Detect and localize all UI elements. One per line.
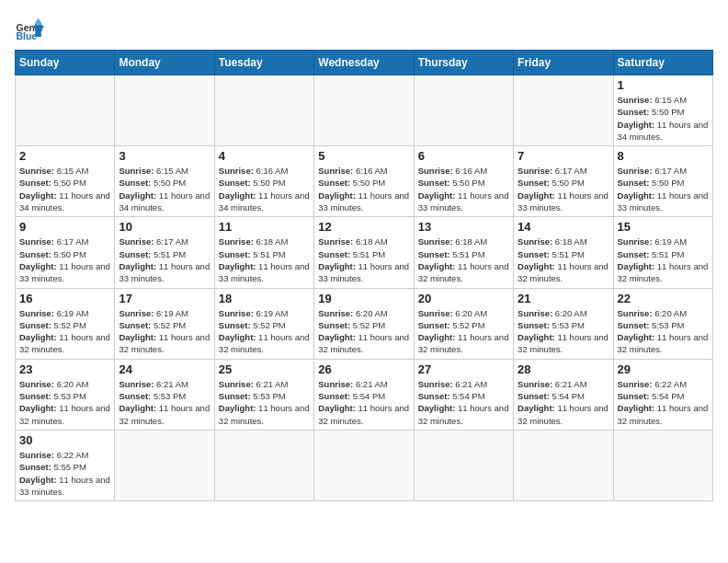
logo: General Blue [15,15,44,44]
cell-info: Sunrise: 6:18 AMSunset: 5:51 PMDaylight:… [418,236,509,284]
cell-info: Sunrise: 6:16 AMSunset: 5:50 PMDaylight:… [318,165,409,213]
day-number: 3 [119,149,210,163]
day-cell: 9Sunrise: 6:17 AMSunset: 5:50 PMDaylight… [16,217,115,288]
day-cell: 14Sunrise: 6:18 AMSunset: 5:51 PMDayligh… [514,217,613,288]
column-header-monday: Monday [115,51,214,75]
day-cell: 25Sunrise: 6:21 AMSunset: 5:53 PMDayligh… [214,359,313,430]
svg-text:Blue: Blue [17,31,38,41]
day-cell [514,75,613,146]
day-number: 7 [518,149,609,163]
logo-icon: General Blue [15,15,44,44]
cell-info: Sunrise: 6:17 AMSunset: 5:50 PMDaylight:… [518,165,609,213]
cell-info: Sunrise: 6:20 AMSunset: 5:52 PMDaylight:… [318,307,409,356]
day-cell: 19Sunrise: 6:20 AMSunset: 5:52 PMDayligh… [314,288,414,359]
day-number: 11 [219,220,310,234]
day-cell [214,430,313,500]
day-number: 28 [518,362,609,376]
cell-info: Sunrise: 6:21 AMSunset: 5:53 PMDaylight:… [119,378,210,427]
cell-info: Sunrise: 6:19 AMSunset: 5:52 PMDaylight:… [219,307,310,356]
day-cell [214,75,313,146]
day-cell: 3Sunrise: 6:15 AMSunset: 5:50 PMDaylight… [115,146,214,217]
day-cell [115,75,214,146]
day-number: 18 [219,292,310,305]
column-header-saturday: Saturday [613,51,712,75]
day-cell: 12Sunrise: 6:18 AMSunset: 5:51 PMDayligh… [314,217,414,288]
cell-info: Sunrise: 6:22 AMSunset: 5:54 PMDaylight:… [618,378,709,427]
day-number: 10 [119,220,210,234]
day-number: 15 [618,220,709,234]
day-cell: 11Sunrise: 6:18 AMSunset: 5:51 PMDayligh… [214,217,313,288]
day-number: 6 [418,149,509,163]
cell-info: Sunrise: 6:20 AMSunset: 5:53 PMDaylight:… [19,378,110,427]
day-number: 27 [418,362,509,376]
cell-info: Sunrise: 6:16 AMSunset: 5:50 PMDaylight:… [418,165,509,213]
week-row-4: 16Sunrise: 6:19 AMSunset: 5:52 PMDayligh… [16,288,713,359]
day-cell: 29Sunrise: 6:22 AMSunset: 5:54 PMDayligh… [613,359,712,430]
day-cell: 22Sunrise: 6:20 AMSunset: 5:53 PMDayligh… [613,288,712,359]
day-number: 25 [219,362,310,376]
day-cell: 1Sunrise: 6:15 AMSunset: 5:50 PMDaylight… [613,75,712,146]
column-header-friday: Friday [514,51,613,75]
day-cell: 8Sunrise: 6:17 AMSunset: 5:50 PMDaylight… [613,146,712,217]
day-cell: 18Sunrise: 6:19 AMSunset: 5:52 PMDayligh… [214,288,313,359]
cell-info: Sunrise: 6:17 AMSunset: 5:51 PMDaylight:… [119,236,210,284]
day-number: 14 [518,220,609,234]
day-cell: 6Sunrise: 6:16 AMSunset: 5:50 PMDaylight… [414,146,513,217]
day-number: 17 [119,292,210,305]
day-number: 22 [618,292,709,305]
cell-info: Sunrise: 6:16 AMSunset: 5:50 PMDaylight:… [219,165,310,213]
cell-info: Sunrise: 6:20 AMSunset: 5:52 PMDaylight:… [418,307,509,356]
cell-info: Sunrise: 6:18 AMSunset: 5:51 PMDaylight:… [318,236,409,284]
day-cell: 21Sunrise: 6:20 AMSunset: 5:53 PMDayligh… [514,288,613,359]
column-header-thursday: Thursday [414,51,513,75]
day-number: 20 [418,292,509,305]
column-header-tuesday: Tuesday [214,51,313,75]
day-number: 19 [318,292,409,305]
cell-info: Sunrise: 6:18 AMSunset: 5:51 PMDaylight:… [219,236,310,284]
day-cell [314,75,414,146]
day-cell: 27Sunrise: 6:21 AMSunset: 5:54 PMDayligh… [414,359,513,430]
day-cell: 13Sunrise: 6:18 AMSunset: 5:51 PMDayligh… [414,217,513,288]
page-header: General Blue [15,15,713,44]
cell-info: Sunrise: 6:20 AMSunset: 5:53 PMDaylight:… [518,307,609,356]
day-number: 23 [19,362,110,376]
day-cell: 7Sunrise: 6:17 AMSunset: 5:50 PMDaylight… [514,146,613,217]
cell-info: Sunrise: 6:21 AMSunset: 5:54 PMDaylight:… [318,378,409,427]
day-cell: 23Sunrise: 6:20 AMSunset: 5:53 PMDayligh… [16,359,115,430]
day-number: 2 [19,149,110,163]
day-cell: 26Sunrise: 6:21 AMSunset: 5:54 PMDayligh… [314,359,414,430]
day-cell: 20Sunrise: 6:20 AMSunset: 5:52 PMDayligh… [414,288,513,359]
day-cell [115,430,214,500]
day-cell: 5Sunrise: 6:16 AMSunset: 5:50 PMDaylight… [314,146,414,217]
day-number: 9 [19,220,110,234]
cell-info: Sunrise: 6:19 AMSunset: 5:52 PMDaylight:… [119,307,210,356]
cell-info: Sunrise: 6:15 AMSunset: 5:50 PMDaylight:… [19,165,110,213]
day-number: 1 [618,78,709,92]
day-cell [613,430,712,500]
cell-info: Sunrise: 6:18 AMSunset: 5:51 PMDaylight:… [518,236,609,284]
day-number: 12 [318,220,409,234]
day-cell: 24Sunrise: 6:21 AMSunset: 5:53 PMDayligh… [115,359,214,430]
week-row-2: 2Sunrise: 6:15 AMSunset: 5:50 PMDaylight… [16,146,713,217]
day-cell [16,75,115,146]
day-cell [414,430,513,500]
day-number: 29 [618,362,709,376]
column-header-wednesday: Wednesday [314,51,414,75]
cell-info: Sunrise: 6:22 AMSunset: 5:55 PMDaylight:… [19,449,110,498]
cell-info: Sunrise: 6:15 AMSunset: 5:50 PMDaylight:… [618,94,709,143]
day-cell [414,75,513,146]
day-cell: 2Sunrise: 6:15 AMSunset: 5:50 PMDaylight… [16,146,115,217]
day-cell: 16Sunrise: 6:19 AMSunset: 5:52 PMDayligh… [16,288,115,359]
day-number: 21 [518,292,609,305]
day-number: 30 [19,433,110,447]
day-number: 8 [618,149,709,163]
day-cell [314,430,414,500]
cell-info: Sunrise: 6:19 AMSunset: 5:51 PMDaylight:… [618,236,709,284]
day-number: 16 [19,292,110,305]
cell-info: Sunrise: 6:21 AMSunset: 5:54 PMDaylight:… [518,378,609,427]
cell-info: Sunrise: 6:21 AMSunset: 5:54 PMDaylight:… [418,378,509,427]
day-cell: 17Sunrise: 6:19 AMSunset: 5:52 PMDayligh… [115,288,214,359]
day-number: 4 [219,149,310,163]
day-cell [514,430,613,500]
day-cell: 10Sunrise: 6:17 AMSunset: 5:51 PMDayligh… [115,217,214,288]
